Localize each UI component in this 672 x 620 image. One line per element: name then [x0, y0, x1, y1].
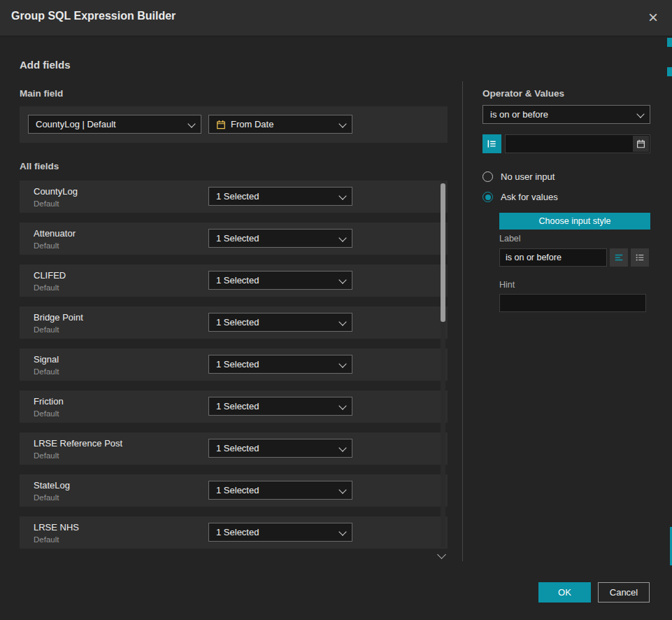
radio-label: No user input [501, 171, 555, 182]
hint-input[interactable] [499, 294, 646, 312]
scrollbar-thumb[interactable] [441, 183, 445, 322]
field-values-select-value: 1 Selected [216, 401, 259, 411]
all-fields-heading: All fields [20, 161, 59, 171]
substitute-values-button[interactable] [482, 134, 501, 153]
dialog-title: Group SQL Expression Builder [11, 10, 176, 22]
field-sublabel: Default [34, 325, 59, 334]
layer-select[interactable]: CountyLog | Default [28, 115, 201, 134]
field-row: CLIFED Default 1 Selected [20, 265, 448, 297]
chevron-down-icon [338, 528, 346, 535]
field-values-select-value: 1 Selected [216, 527, 259, 537]
field-name: Friction [34, 396, 64, 407]
scroll-down-indicator [437, 550, 446, 559]
chevron-down-icon [338, 192, 346, 199]
field-row: StateLog Default 1 Selected [20, 474, 448, 507]
field-values-select[interactable]: 1 Selected [208, 355, 352, 374]
background-artifact [667, 38, 672, 47]
field-sublabel: Default [34, 241, 59, 250]
label-input[interactable] [499, 248, 607, 267]
layer-select-value: CountyLog | Default [36, 119, 116, 129]
field-name: LRSE NHS [34, 522, 79, 533]
operator-select-value: is on or before [490, 109, 548, 120]
chevron-down-icon [187, 120, 195, 127]
field-name: Signal [34, 354, 59, 365]
field-row: LRSE Reference Post Default 1 Selected [20, 432, 448, 465]
value-input[interactable] [505, 134, 650, 153]
radio-circle-icon [482, 171, 493, 182]
field-row: Bridge Point Default 1 Selected [20, 307, 448, 339]
field-sublabel: Default [34, 493, 59, 502]
field-values-select[interactable]: 1 Selected [208, 439, 352, 458]
field-sublabel: Default [34, 199, 59, 208]
field-sublabel: Default [34, 283, 59, 292]
substitute-values-icon [487, 139, 497, 149]
field-sublabel: Default [34, 409, 59, 418]
field-values-select[interactable]: 1 Selected [208, 271, 352, 290]
field-values-select-value: 1 Selected [216, 275, 259, 286]
chevron-down-icon [338, 360, 346, 367]
field-sublabel: Default [34, 535, 59, 544]
list-icon [635, 253, 645, 262]
field-values-select-value: 1 Selected [216, 317, 259, 327]
radio-circle-icon [482, 192, 493, 202]
close-icon[interactable]: × [643, 7, 664, 28]
field-sublabel: Default [34, 367, 59, 376]
calendar-icon [216, 120, 226, 129]
list-style-button[interactable] [631, 248, 649, 267]
label-field-label: Label [499, 234, 521, 244]
hint-field-label: Hint [499, 280, 515, 290]
field-values-select[interactable]: 1 Selected [208, 229, 352, 248]
field-values-select[interactable]: 1 Selected [208, 481, 352, 500]
column-divider [462, 81, 463, 561]
dialog-titlebar: Group SQL Expression Builder × [0, 0, 672, 36]
field-name: Bridge Point [34, 312, 83, 323]
field-values-select[interactable]: 1 Selected [208, 313, 352, 332]
field-values-select-value: 1 Selected [216, 233, 259, 244]
ok-button[interactable]: OK [538, 582, 591, 603]
single-line-icon [614, 253, 624, 262]
field-values-select-value: 1 Selected [216, 443, 259, 453]
main-field-band: CountyLog | Default From Date [20, 106, 448, 143]
value-input-wrap [505, 134, 650, 153]
field-name: Attenuator [34, 228, 76, 239]
radio-label: Ask for values [501, 192, 558, 202]
operator-values-heading: Operator & Values [482, 88, 564, 99]
chevron-down-icon [338, 276, 346, 283]
calendar-icon [636, 139, 645, 148]
chevron-down-icon [338, 318, 346, 325]
field-values-select[interactable]: 1 Selected [208, 187, 352, 206]
field-values-select-value: 1 Selected [216, 485, 259, 495]
chevron-down-icon [338, 486, 346, 493]
chevron-down-icon [338, 234, 346, 241]
field-values-select-value: 1 Selected [216, 359, 259, 369]
field-values-select-value: 1 Selected [216, 191, 259, 202]
operator-select[interactable]: is on or before [482, 105, 650, 124]
field-row: Friction Default 1 Selected [20, 390, 448, 423]
field-values-select[interactable]: 1 Selected [208, 397, 352, 416]
main-field-select[interactable]: From Date [208, 115, 352, 134]
cancel-button[interactable]: Cancel [598, 582, 650, 603]
chevron-down-icon [338, 402, 346, 409]
field-name: StateLog [34, 480, 70, 491]
date-picker-button[interactable] [633, 136, 649, 152]
main-field-heading: Main field [20, 88, 63, 99]
field-row: LRSE NHS Default 1 Selected [20, 516, 448, 549]
field-row: Signal Default 1 Selected [20, 348, 448, 381]
field-row: CountyLog Default 1 Selected [20, 181, 448, 213]
main-field-select-value: From Date [231, 119, 273, 129]
field-name: CLIFED [34, 270, 66, 281]
field-row: Attenuator Default 1 Selected [20, 223, 448, 255]
field-values-select[interactable]: 1 Selected [208, 523, 352, 542]
choose-input-style-button[interactable]: Choose input style [499, 213, 650, 230]
single-line-style-button[interactable] [610, 248, 628, 267]
chevron-down-icon [338, 120, 346, 127]
field-sublabel: Default [34, 451, 59, 460]
chevron-down-icon [338, 444, 346, 451]
radio-no-user-input[interactable]: No user input [482, 171, 555, 182]
field-name: CountyLog [34, 186, 78, 197]
background-artifact [667, 67, 672, 76]
field-name: LRSE Reference Post [34, 438, 122, 449]
add-fields-heading: Add fields [20, 59, 71, 71]
radio-ask-for-values[interactable]: Ask for values [482, 192, 558, 202]
chevron-down-icon [636, 110, 644, 118]
